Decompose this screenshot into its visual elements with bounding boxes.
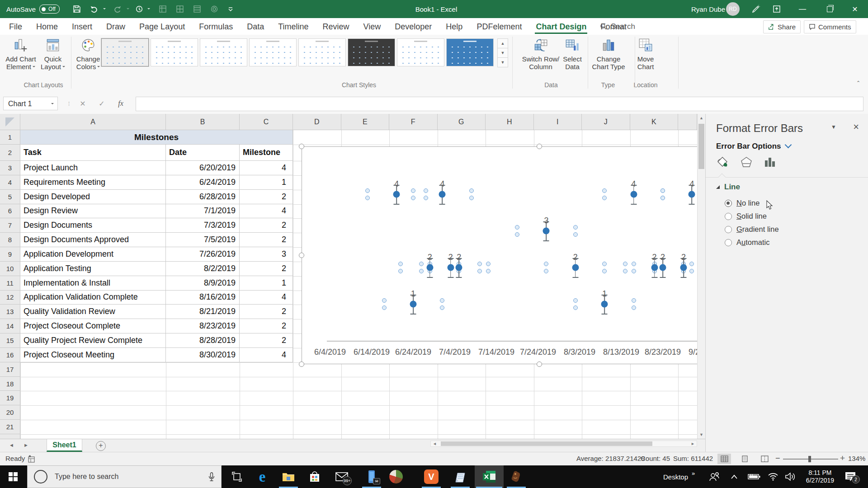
- column-header-h[interactable]: H: [486, 114, 534, 130]
- chart-selection-handle[interactable]: [299, 144, 304, 149]
- tab-file[interactable]: File: [8, 19, 23, 34]
- cell-date[interactable]: 6/28/2019: [166, 190, 240, 204]
- pane-collapse-icon[interactable]: ▼: [831, 124, 836, 130]
- error-bar-options-tab[interactable]: [763, 155, 777, 169]
- cell-header-task[interactable]: Task: [20, 145, 166, 161]
- chart-style-thumb-3[interactable]: [200, 38, 247, 66]
- excel-taskbar-icon[interactable]: [475, 465, 504, 488]
- cell-task[interactable]: Project Closeout Meeting: [20, 348, 166, 362]
- milestone-point-project-launch[interactable]: [393, 191, 400, 198]
- fill-line-tab[interactable]: [716, 155, 730, 169]
- cell-task[interactable]: Design Review: [20, 204, 166, 219]
- radio-automatic[interactable]: Automatic: [725, 236, 779, 249]
- microsoft-store-icon[interactable]: [304, 465, 326, 488]
- sheet-tab-sheet1[interactable]: Sheet1: [47, 439, 82, 452]
- minimize-button[interactable]: —: [792, 0, 813, 18]
- row-header-6[interactable]: 6: [0, 204, 20, 219]
- switch-row-column-button[interactable]: Switch Row/Column: [520, 38, 561, 70]
- toolbar-expand-icon[interactable]: »: [692, 462, 695, 484]
- worksheet-grid[interactable]: ABCDEFGHIJK12345678910111213141516171819…: [0, 114, 697, 439]
- row-header-16[interactable]: 16: [0, 348, 20, 362]
- chart-style-thumb-8[interactable]: [446, 38, 494, 66]
- milestone-point-design-review[interactable]: [439, 191, 446, 198]
- tab-view[interactable]: View: [363, 19, 382, 34]
- chart-style-thumb-5[interactable]: [298, 38, 346, 66]
- radio-gradient-line[interactable]: Gradient line: [725, 223, 779, 236]
- tab-page-layout[interactable]: Page Layout: [138, 19, 186, 34]
- cell-task[interactable]: Design Developed: [20, 190, 166, 204]
- chart-style-thumb-2[interactable]: [151, 38, 198, 66]
- people-icon[interactable]: [709, 465, 720, 488]
- change-chart-type-button[interactable]: ChangeChart Type: [590, 38, 627, 70]
- save-icon[interactable]: [71, 4, 82, 14]
- tab-chart-design[interactable]: Chart Design: [535, 19, 587, 34]
- browser-circle-icon[interactable]: [385, 465, 407, 488]
- desktop-toolbar[interactable]: Desktop: [663, 465, 688, 488]
- collapse-ribbon-icon[interactable]: ⌃: [856, 80, 860, 86]
- tab-formulas[interactable]: Formulas: [198, 19, 234, 34]
- ribbon-display-options-icon[interactable]: [771, 4, 782, 14]
- chart-style-thumb-7[interactable]: [397, 38, 444, 66]
- cell-date[interactable]: 6/24/2019: [166, 175, 240, 190]
- cell-milestone[interactable]: 2: [240, 233, 293, 247]
- row-header-22[interactable]: 22: [0, 434, 20, 439]
- zoom-slider-thumb[interactable]: [808, 456, 811, 462]
- row-header-19[interactable]: 19: [0, 391, 20, 405]
- column-header-e[interactable]: E: [341, 114, 390, 130]
- cell-task[interactable]: Requirements Meeting: [20, 175, 166, 190]
- cell-header-date[interactable]: Date: [166, 145, 240, 161]
- edge-icon[interactable]: e: [251, 465, 273, 488]
- row-header-12[interactable]: 12: [0, 291, 20, 305]
- milestone-point-application-testing[interactable]: [572, 264, 579, 271]
- quick-layout-button[interactable]: QuickLayout: [38, 38, 68, 70]
- task-view-icon[interactable]: [226, 465, 248, 488]
- column-header-d[interactable]: D: [293, 114, 341, 130]
- cell-date[interactable]: 8/28/2019: [166, 333, 240, 348]
- gallery-down-button[interactable]: ▼: [497, 48, 508, 58]
- tab-nav-right-icon[interactable]: ►: [24, 442, 28, 448]
- cell-task[interactable]: Design Documents Approved: [20, 233, 166, 247]
- game-app-icon[interactable]: [505, 465, 527, 488]
- cell-milestone[interactable]: 2: [240, 262, 293, 276]
- row-header-10[interactable]: 10: [0, 262, 20, 276]
- tab-insert[interactable]: Insert: [71, 19, 93, 34]
- close-button[interactable]: ✕: [844, 0, 865, 18]
- tab-timeline[interactable]: Timeline: [277, 19, 309, 34]
- cell-task[interactable]: Application Development: [20, 247, 166, 262]
- chart-selection-handle[interactable]: [537, 144, 542, 149]
- cell-milestone[interactable]: 2: [240, 218, 293, 233]
- tab-nav-left-icon[interactable]: ◄: [9, 442, 14, 448]
- cell-date[interactable]: 8/16/2019: [166, 291, 240, 305]
- milestone-point-implementation-install[interactable]: [601, 301, 608, 308]
- row-header-2[interactable]: 2: [0, 145, 20, 161]
- cell-task[interactable]: Application Validation Complete: [20, 291, 166, 305]
- column-header-k[interactable]: K: [630, 114, 679, 130]
- column-header-j[interactable]: J: [582, 114, 630, 130]
- status-sum[interactable]: Sum: 611442: [673, 455, 713, 462]
- wifi-icon[interactable]: [768, 465, 778, 488]
- name-box[interactable]: Chart 1: [3, 97, 58, 110]
- cell-date[interactable]: 8/9/2019: [166, 276, 240, 291]
- cell-task[interactable]: Project Launch: [20, 161, 166, 175]
- comments-button[interactable]: Comments: [804, 20, 856, 33]
- cell-task[interactable]: Application Testing: [20, 262, 166, 276]
- row-header-18[interactable]: 18: [0, 377, 20, 391]
- cell-date[interactable]: 8/30/2019: [166, 348, 240, 362]
- column-header-partial[interactable]: [678, 114, 697, 130]
- inking-pen-icon[interactable]: [750, 4, 761, 14]
- column-header-g[interactable]: G: [438, 114, 486, 130]
- horizontal-scroll-thumb[interactable]: [441, 441, 652, 446]
- tab-data[interactable]: Data: [246, 19, 265, 34]
- milestone-point-design-developed[interactable]: [426, 264, 433, 271]
- cell-date[interactable]: 8/23/2019: [166, 319, 240, 333]
- mail-icon[interactable]: 99+: [331, 465, 353, 488]
- move-chart-button[interactable]: MoveChart: [632, 38, 659, 70]
- row-header-17[interactable]: 17: [0, 362, 20, 377]
- select-all-corner[interactable]: [0, 114, 20, 130]
- cell-task[interactable]: Project Closeout Complete: [20, 319, 166, 333]
- column-header-c[interactable]: C: [240, 114, 293, 130]
- milestone-point-requirements-meeting[interactable]: [410, 301, 417, 308]
- row-header-13[interactable]: 13: [0, 305, 20, 319]
- effects-tab[interactable]: [740, 155, 753, 169]
- cell-date[interactable]: 8/21/2019: [166, 305, 240, 319]
